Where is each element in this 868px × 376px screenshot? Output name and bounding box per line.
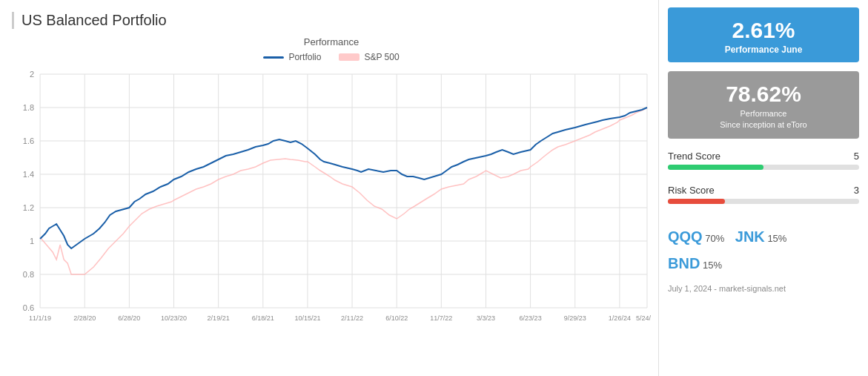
svg-text:2/28/20: 2/28/20 <box>73 314 96 322</box>
holdings: QQQ 70% JNK 15% BND 15% <box>668 223 859 277</box>
holding-qqq: QQQ 70% <box>668 231 735 244</box>
performance-inception-box: 78.62% PerformanceSince inception at eTo… <box>668 71 859 139</box>
risk-score-value: 3 <box>854 185 859 196</box>
legend-sp500: S&P 500 <box>339 52 399 62</box>
risk-score-row: Risk Score 3 <box>668 185 859 196</box>
svg-text:9/29/23: 9/29/23 <box>564 314 586 322</box>
footer-note: July 1, 2024 - market-signals.net <box>668 284 859 293</box>
svg-text:3/3/23: 3/3/23 <box>477 314 495 322</box>
holding-bnd-pct: 15% <box>700 260 722 271</box>
risk-score-bar-bg <box>668 199 859 204</box>
performance-june-box: 2.61% Performance June <box>668 7 859 62</box>
holding-bnd-ticker: BND <box>668 255 700 271</box>
trend-score-value: 5 <box>854 151 859 162</box>
svg-text:1: 1 <box>30 237 34 245</box>
svg-text:1.4: 1.4 <box>23 170 34 179</box>
svg-text:1.2: 1.2 <box>23 203 34 212</box>
legend-blue-line <box>263 56 284 59</box>
svg-text:6/18/21: 6/18/21 <box>252 314 274 322</box>
svg-text:2: 2 <box>30 70 34 79</box>
svg-text:0.8: 0.8 <box>23 270 34 279</box>
svg-text:2/11/22: 2/11/22 <box>341 314 363 322</box>
legend-sp500-label: S&P 500 <box>364 52 399 62</box>
chart-area: Performance Portfolio S&P 500 <box>12 36 651 369</box>
performance-june-label: Performance June <box>675 44 852 55</box>
holding-qqq-ticker: QQQ <box>668 228 703 245</box>
trend-score-bar <box>668 165 763 170</box>
sidebar: 2.61% Performance June 78.62% Performanc… <box>659 0 868 376</box>
svg-text:5/24/24: 5/24/24 <box>636 314 651 322</box>
svg-text:11/7/22: 11/7/22 <box>430 314 452 322</box>
risk-score-section: Risk Score 3 <box>668 185 859 211</box>
chart-title: Performance <box>12 36 651 47</box>
trend-score-label: Trend Score <box>668 151 720 162</box>
trend-score-row: Trend Score 5 <box>668 151 859 162</box>
svg-text:6/10/22: 6/10/22 <box>385 314 408 322</box>
performance-inception-label: PerformanceSince inception at eToro <box>675 108 852 131</box>
performance-inception-value: 78.62% <box>675 82 852 107</box>
performance-june-value: 2.61% <box>675 18 852 43</box>
trend-score-section: Trend Score 5 <box>668 151 859 177</box>
svg-text:1.8: 1.8 <box>23 103 34 112</box>
svg-text:10/15/21: 10/15/21 <box>294 314 320 322</box>
svg-text:0.6: 0.6 <box>23 303 34 312</box>
trend-score-bar-bg <box>668 165 859 170</box>
svg-text:11/1/19: 11/1/19 <box>29 314 51 322</box>
chart-section: US Balanced Portfolio Performance Portfo… <box>0 0 659 376</box>
legend-portfolio-label: Portfolio <box>288 52 321 62</box>
legend-portfolio: Portfolio <box>263 52 321 62</box>
holding-jnk-pct: 15% <box>765 233 787 244</box>
svg-text:1.6: 1.6 <box>23 136 34 145</box>
holding-jnk: JNK 15% <box>735 231 795 244</box>
svg-text:6/23/23: 6/23/23 <box>520 314 542 322</box>
chart-legend: Portfolio S&P 500 <box>12 52 651 62</box>
risk-score-label: Risk Score <box>668 185 715 196</box>
holding-jnk-ticker: JNK <box>735 228 765 245</box>
chart-wrapper: 2 1.8 1.6 1.4 1.2 1 0.8 0.6 <box>12 67 651 334</box>
holding-qqq-pct: 70% <box>703 233 725 244</box>
svg-text:2/19/21: 2/19/21 <box>208 314 230 322</box>
svg-text:10/23/20: 10/23/20 <box>161 314 187 322</box>
legend-pink-line <box>339 53 360 61</box>
holding-bnd: BND 15% <box>668 258 729 271</box>
risk-score-bar <box>668 199 725 204</box>
chart-svg: 2 1.8 1.6 1.4 1.2 1 0.8 0.6 <box>12 67 651 334</box>
svg-text:6/28/20: 6/28/20 <box>118 314 140 322</box>
svg-text:1/26/24: 1/26/24 <box>609 314 631 322</box>
main-container: US Balanced Portfolio Performance Portfo… <box>0 0 868 376</box>
portfolio-title: US Balanced Portfolio <box>12 12 651 29</box>
